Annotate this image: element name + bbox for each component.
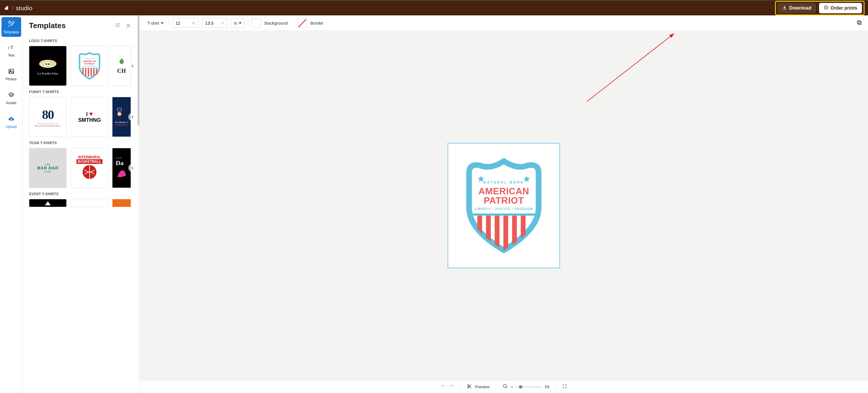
template-card[interactable]: 80 Trips around the sun Have you seen th… — [29, 97, 67, 137]
header-actions-highlight: Download Order prints — [775, 1, 865, 16]
copy-icon[interactable] — [857, 20, 862, 26]
thumb-text: Politicians a — [115, 123, 128, 126]
height-hint: H — [221, 21, 224, 25]
annotation-arrow — [584, 32, 677, 105]
svg-text:NATURAL BORN: NATURAL BORN — [84, 58, 95, 59]
svg-line-26 — [587, 34, 674, 102]
rail-templates[interactable]: Templates — [1, 17, 21, 37]
svg-rect-33 — [521, 216, 526, 253]
carousel-next-icon[interactable]: › — [128, 164, 136, 172]
carousel-next-icon[interactable]: › — [128, 113, 136, 121]
template-card[interactable]: THE RAD DAD GANG — [29, 148, 67, 188]
carousel-next-icon[interactable]: › — [128, 62, 136, 70]
template-card[interactable]: I ♥ SMTHNG — [71, 97, 108, 137]
template-card[interactable]: This is n — [113, 199, 131, 207]
thumb-text: THE — [37, 163, 58, 166]
rail-assets-label: Assets — [6, 101, 16, 105]
zoom-fit-button[interactable]: Fit — [545, 385, 550, 389]
zoom-out-icon[interactable]: − — [511, 385, 513, 389]
zoom-icon[interactable] — [503, 384, 508, 390]
assets-icon — [8, 92, 14, 99]
thumb-text: CJHS — [116, 157, 127, 159]
row-team: THE RAD DAD GANG INTERMURAL BASKETBALL C… — [29, 148, 140, 188]
template-card[interactable] — [71, 199, 108, 207]
undo-icon[interactable] — [441, 384, 446, 390]
rail-text[interactable]: TT Text — [1, 41, 21, 61]
thumb-text: This is n — [117, 202, 127, 204]
templates-panel: Templates ✕ LOGO T-SHIRTS La Tortilla Fe… — [23, 16, 140, 393]
download-button[interactable]: Download — [778, 3, 816, 13]
svg-point-34 — [468, 385, 469, 386]
external-link-icon[interactable] — [115, 23, 120, 29]
svg-text:LIBERTY • JUSTICE • FREEDOM: LIBERTY • JUSTICE • FREEDOM — [83, 66, 96, 67]
design-line1: AMERICAN — [478, 186, 529, 196]
width-input-box: W — [173, 18, 198, 28]
rail-upload[interactable]: Upload — [1, 112, 21, 132]
svg-rect-18 — [93, 68, 95, 76]
thumb-text: GANG — [37, 171, 58, 173]
section-team-label: TEAM T-SHIRTS — [29, 141, 140, 145]
product-select[interactable]: T-shirt ▾ — [146, 20, 165, 26]
unit-select[interactable]: in ▾ — [230, 18, 245, 28]
svg-rect-24 — [859, 22, 861, 24]
clock-icon — [824, 5, 828, 11]
svg-rect-16 — [88, 68, 89, 77]
row-logo: La Tortilla Feliz NATURAL BORNAMERICANPA… — [29, 46, 140, 86]
svg-point-8 — [49, 63, 50, 65]
border-swatch[interactable] — [298, 18, 307, 28]
svg-rect-17 — [90, 68, 92, 77]
artboard[interactable]: NATURAL BORN AMERICAN PATRIOT LIBERTY • … — [447, 143, 560, 268]
canvas-viewport[interactable]: NATURAL BORN AMERICAN PATRIOT LIBERTY • … — [140, 31, 868, 380]
product-label: T-shirt — [147, 21, 159, 26]
rail-templates-label: Templates — [3, 30, 19, 34]
zoom-slider-knob[interactable] — [519, 385, 522, 389]
svg-point-35 — [468, 387, 469, 388]
svg-rect-29 — [486, 216, 491, 253]
rail-photos-label: Photos — [6, 77, 17, 81]
divider — [168, 19, 169, 27]
svg-point-7 — [46, 63, 48, 65]
left-rail: Templates TT Text Photos Assets Upload — [0, 16, 23, 393]
templates-icon — [7, 20, 15, 28]
svg-text:T: T — [10, 45, 13, 50]
section-funny-label: FUNNY T-SHIRTS — [29, 90, 140, 94]
thumb-text: La Tortilla Feliz — [37, 72, 58, 75]
width-input[interactable] — [176, 21, 189, 26]
scissors-icon — [467, 384, 472, 390]
border-label: Border — [310, 21, 323, 26]
order-prints-button[interactable]: Order prints — [819, 3, 862, 13]
width-hint: W — [192, 21, 195, 25]
templates-body: LOGO T-SHIRTS La Tortilla Feliz NATURAL … — [23, 35, 140, 393]
template-card[interactable]: INTERMURAL BASKETBALL — [71, 148, 108, 188]
shield-design[interactable]: NATURAL BORN AMERICAN PATRIOT LIBERTY • … — [460, 158, 547, 253]
photos-icon — [8, 68, 14, 76]
brand-name: studio — [16, 5, 32, 11]
fullscreen-icon[interactable] — [562, 384, 567, 390]
svg-point-21 — [117, 112, 121, 116]
height-input[interactable] — [205, 21, 218, 26]
svg-text:T: T — [7, 46, 9, 49]
template-card[interactable]: NATURAL BORNAMERICANPATRIOTLIBERTY • JUS… — [71, 46, 108, 86]
brand[interactable]: / studio — [3, 4, 32, 12]
svg-rect-20 — [117, 108, 121, 111]
template-card[interactable] — [29, 199, 67, 207]
heart-icon: ♥ — [89, 110, 93, 117]
svg-text:PATRIOT: PATRIOT — [84, 62, 95, 65]
preview-label: Preview — [475, 385, 490, 389]
caret-down-icon: ▾ — [239, 20, 241, 26]
zoom-slider[interactable] — [516, 386, 542, 388]
section-logo-label: LOGO T-SHIRTS — [29, 39, 140, 43]
thumb-text: BASKETBALL — [76, 159, 102, 164]
template-card[interactable]: La Tortilla Feliz — [29, 46, 67, 86]
close-icon[interactable]: ✕ — [125, 22, 131, 30]
preview-button[interactable]: Preview — [467, 384, 490, 390]
svg-point-36 — [503, 384, 506, 388]
redo-icon[interactable] — [449, 384, 454, 390]
background-swatch[interactable] — [252, 18, 261, 28]
svg-rect-13 — [81, 68, 98, 68]
svg-rect-27 — [472, 214, 535, 216]
divider — [496, 384, 496, 390]
rail-assets[interactable]: Assets — [1, 88, 21, 108]
text-icon: TT — [7, 45, 15, 52]
rail-photos[interactable]: Photos — [1, 65, 21, 84]
